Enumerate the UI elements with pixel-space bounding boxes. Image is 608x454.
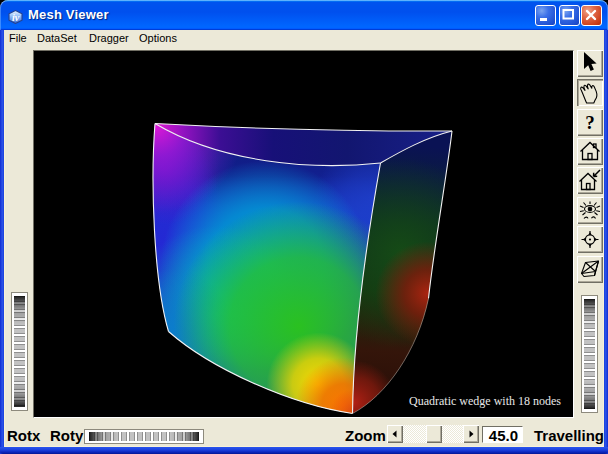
svg-text:iv: iv [12, 12, 20, 23]
